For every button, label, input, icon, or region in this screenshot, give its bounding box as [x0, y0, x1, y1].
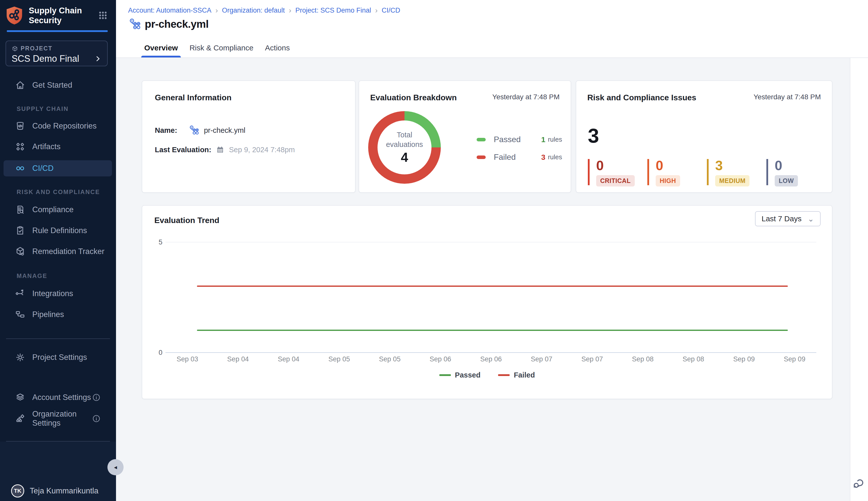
legend-swatch-icon [477, 138, 486, 141]
sidebar-item-get-started[interactable]: Get Started [0, 77, 116, 93]
severity-badge: LOW [775, 175, 798, 186]
sidebar-divider [6, 339, 110, 339]
sidebar-item-artifacts[interactable]: Artifacts [0, 139, 116, 155]
legend-count: 1 [541, 135, 545, 144]
integrations-icon [14, 288, 26, 299]
home-icon [14, 79, 26, 91]
app-grid-icon[interactable] [97, 10, 108, 21]
severity-count: 3 [715, 159, 750, 172]
tab-risk-compliance[interactable]: Risk & Compliance [189, 38, 253, 57]
sidebar-item-remediation-tracker[interactable]: Remediation Tracker [0, 243, 116, 259]
info-icon[interactable] [92, 414, 101, 423]
severity-low: 0 LOW [766, 159, 798, 185]
breadcrumb-separator-icon: › [215, 6, 218, 14]
general-information-title: General Information [155, 93, 343, 102]
info-icon[interactable] [92, 393, 101, 402]
x-tick-label: Sep 09 [726, 355, 762, 363]
sidebar-item-ci-cd[interactable]: CI/CD [3, 160, 112, 177]
severity-badge: MEDIUM [715, 175, 750, 186]
legend-line-icon [439, 374, 451, 376]
severity-badge: HIGH [656, 175, 680, 186]
x-tick-label: Sep 04 [220, 355, 256, 363]
x-tick-label: Sep 03 [170, 355, 205, 363]
x-tick-label: Sep 06 [423, 355, 458, 363]
breadcrumb-link-0[interactable]: Account: Automation-SSCA [128, 7, 211, 14]
sidebar-item-label: Account Settings [32, 393, 91, 402]
pipeline-file-icon [188, 125, 199, 136]
risk-total-count: 3 [588, 124, 599, 147]
passed-series-line [197, 330, 788, 331]
general-information-card: General Information Name: pr-check.yml L… [142, 81, 356, 193]
x-tick-label: Sep 08 [625, 355, 660, 363]
product-name: Supply Chain Security [29, 6, 87, 25]
sidebar-item-label: Remediation Tracker [32, 247, 104, 256]
evaluation-breakdown-timestamp: Yesterday at 7:48 PM [492, 93, 560, 101]
last-evaluation-label: Last Evaluation: [155, 146, 211, 154]
sidebar: Supply Chain Security PROJECT SCS Demo F… [0, 0, 116, 501]
project-selector-name: SCS Demo Final [12, 53, 79, 64]
legend-unit: rules [548, 136, 562, 143]
y-tick-0: 0 [152, 349, 163, 356]
sidebar-item-rule-definitions[interactable]: Rule Definitions [0, 223, 116, 239]
remediation-icon [14, 246, 26, 257]
x-tick-label: Sep 07 [524, 355, 560, 363]
name-label: Name: [155, 126, 177, 135]
legend-count: 3 [541, 153, 545, 161]
breadcrumb-link-2[interactable]: Project: SCS Demo Final [295, 7, 371, 14]
breadcrumb-link-3[interactable]: CI/CD [381, 7, 400, 14]
user-menu[interactable]: TK Teja Kummarikuntla [0, 482, 116, 500]
date-range-dropdown[interactable]: Last 7 Days ⌄ [755, 211, 820, 226]
risk-compliance-timestamp: Yesterday at 7:48 PM [753, 93, 821, 101]
sidebar-item-organization-settings[interactable]: Organization Settings [0, 411, 116, 427]
breadcrumb-link-1[interactable]: Organization: default [222, 7, 285, 14]
avatar: TK [11, 484, 24, 498]
sidebar-collapse-handle[interactable]: ◂ [107, 459, 124, 475]
donut-center-label: Total evaluations [383, 130, 426, 149]
sidebar-section-risk-and-compliance: RISK AND COMPLIANCE [17, 187, 100, 197]
project-selector[interactable]: PROJECT SCS Demo Final [6, 41, 108, 66]
sidebar-section-supply-chain: SUPPLY CHAIN [17, 104, 69, 114]
pipelines-icon [14, 309, 26, 320]
sidebar-accent-rule [7, 30, 108, 32]
cicd-icon [14, 163, 26, 174]
y-tick-5: 5 [152, 238, 163, 246]
donut-total-value: 4 [401, 150, 408, 165]
trend-legend-label: Failed [514, 371, 535, 379]
x-axis-labels: Sep 03Sep 04Sep 04Sep 05Sep 05Sep 06Sep … [170, 355, 812, 363]
legend-unit: rules [548, 153, 562, 161]
chevron-right-icon [94, 55, 102, 63]
page-header: Account: Automation-SSCA›Organization: d… [116, 0, 868, 58]
tab-actions[interactable]: Actions [265, 38, 290, 57]
chevron-down-icon: ⌄ [808, 214, 814, 223]
trend-legend-failed[interactable]: Failed [498, 371, 535, 379]
main-area: Account: Automation-SSCA›Organization: d… [116, 0, 868, 501]
account-icon [14, 392, 26, 403]
sidebar-item-compliance[interactable]: Compliance [0, 202, 116, 218]
tab-bar: OverviewRisk & ComplianceActions [144, 38, 290, 57]
severity-critical: 0 CRITICAL [588, 159, 635, 185]
sidebar-item-pipelines[interactable]: Pipelines [0, 307, 116, 322]
sidebar-item-code-repositories[interactable]: Code Repositories [0, 118, 116, 134]
page-title: pr-check.yml [145, 18, 209, 30]
donut-center: Total evaluations 4 [368, 111, 441, 184]
severity-badge: CRITICAL [596, 175, 635, 186]
chat-bubbles-icon[interactable] [852, 476, 865, 489]
sidebar-item-account-settings[interactable]: Account Settings [0, 390, 116, 405]
legend-item-failed: Failed 3 rules [477, 152, 562, 162]
severity-count: 0 [596, 159, 635, 172]
product-logo-row: Supply Chain Security [6, 6, 108, 25]
tab-overview[interactable]: Overview [144, 38, 178, 57]
sidebar-item-label: CI/CD [32, 164, 53, 173]
severity-medium: 3 MEDIUM [707, 159, 750, 185]
x-tick-label: Sep 05 [322, 355, 357, 363]
trend-legend-passed[interactable]: Passed [439, 371, 481, 379]
sidebar-item-label: Rule Definitions [32, 226, 87, 235]
sidebar-item-label: Organization Settings [32, 409, 92, 428]
sidebar-item-project-settings[interactable]: Project Settings [0, 349, 116, 365]
breadcrumb: Account: Automation-SSCA›Organization: d… [128, 6, 400, 14]
sidebar-item-integrations[interactable]: Integrations [0, 286, 116, 302]
calendar-icon [216, 146, 224, 154]
evaluation-breakdown-card: Evaluation Breakdown Yesterday at 7:48 P… [359, 81, 571, 193]
trend-legend-label: Passed [455, 371, 481, 379]
severity-count: 0 [656, 159, 680, 172]
